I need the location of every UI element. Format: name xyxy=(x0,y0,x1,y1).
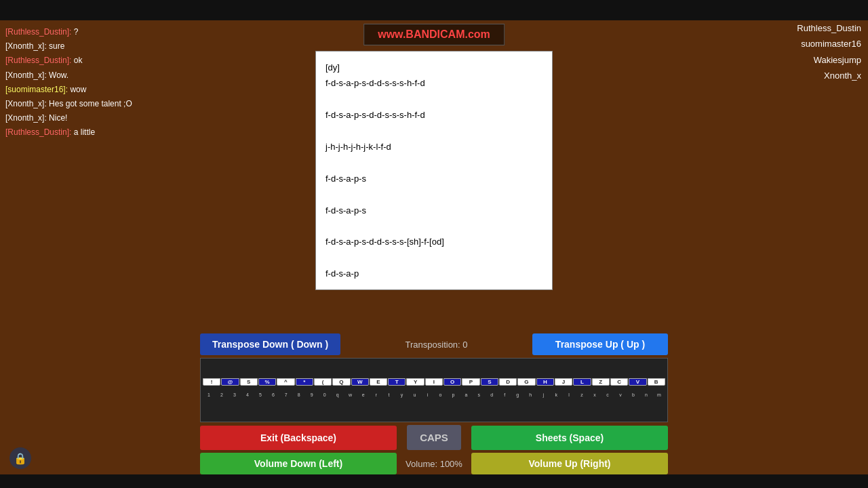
chat-msg-4: [Xnonth_x]: Wow. xyxy=(5,69,157,82)
key-white-14[interactable]: C xyxy=(610,378,628,386)
sheet-line-7: f-d-s-a-p-s xyxy=(326,171,542,186)
chat-name-5: [suomimaster16]: xyxy=(5,85,68,94)
sheet-line-10 xyxy=(326,218,542,234)
volume-label: Volume: 100% xyxy=(406,459,462,469)
sheet-line-1: f-d-s-a-p-s-d-d-s-s-s-h-f-d xyxy=(326,75,542,91)
key-white-5[interactable]: Q xyxy=(332,378,350,386)
sheet-line-9: f-d-s-a-p-s xyxy=(326,203,542,218)
chat-msg-6: [Xnonth_x]: Hes got some talent ;O xyxy=(5,98,157,110)
key-white-10[interactable]: D xyxy=(499,378,517,386)
player-3: Wakiesjump xyxy=(797,52,861,68)
chat-name-4: [Xnonth_x]: xyxy=(5,70,47,80)
chat-name-7: [Xnonth_x]: xyxy=(5,113,47,123)
key-black-7[interactable]: S xyxy=(481,378,498,386)
key-black-2[interactable]: % xyxy=(258,378,276,386)
key-white-12[interactable]: J xyxy=(555,378,572,386)
chat-text-7: Nice! xyxy=(49,113,67,123)
sheet-popup: [dy] f-d-s-a-p-s-d-d-s-s-s-h-f-d f-d-s-a… xyxy=(315,51,553,290)
chat-name-3: [Ruthless_Dustin]: xyxy=(5,56,71,65)
key-white-3[interactable]: ^ xyxy=(277,378,294,386)
transpose-up-button[interactable]: Transpose Up ( Up ) xyxy=(532,333,668,355)
key-black-4[interactable]: W xyxy=(351,378,369,386)
chat-text-3: ok xyxy=(74,56,83,65)
chat-text-8: a little xyxy=(74,127,95,137)
chat-name-6: [Xnonth_x]: xyxy=(5,99,47,108)
key-white-9[interactable]: P xyxy=(462,378,479,386)
sheets-button[interactable]: Sheets (Space) xyxy=(471,426,668,450)
key-white-15[interactable]: B xyxy=(648,378,665,386)
player-4: Xnonth_x xyxy=(797,68,861,83)
top-bar xyxy=(0,0,868,20)
players-panel: Ruthless_Dustin suomimaster16 Wakiesjump… xyxy=(797,20,861,84)
chat-name-2: [Xnonth_x]: xyxy=(5,41,47,51)
bottom-buttons: Exit (Backspace) CAPS Sheets (Space) xyxy=(200,425,668,450)
sheet-line-5: j-h-j-h-j-h-j-k-l-f-d xyxy=(326,139,542,155)
controls-area: Transpose Down ( Down ) Transposition: 0… xyxy=(200,333,668,474)
chat-text-5: wow xyxy=(70,85,86,94)
key-white-11[interactable]: G xyxy=(517,378,535,386)
transpose-down-button[interactable]: Transpose Down ( Down ) xyxy=(200,333,340,355)
sheet-line-4 xyxy=(326,123,542,139)
key-white-2[interactable]: S xyxy=(240,378,258,386)
transposition-label: Transposition: 0 xyxy=(406,340,468,350)
sheet-line-2 xyxy=(326,92,542,107)
chat-msg-8: [Ruthless_Dustin]: a little xyxy=(5,126,157,139)
exit-button[interactable]: Exit (Backspace) xyxy=(200,426,397,450)
key-black-6[interactable]: O xyxy=(443,378,461,386)
key-white-8[interactable]: I xyxy=(425,378,443,386)
key-black-5[interactable]: T xyxy=(388,378,406,386)
chat-name-8: [Ruthless_Dustin]: xyxy=(5,127,71,137)
chat-msg-5: [suomimaster16]: wow xyxy=(5,83,157,96)
sheet-line-0: [dy] xyxy=(326,60,542,75)
caps-button[interactable]: CAPS xyxy=(407,425,461,450)
volume-up-button[interactable]: Volume Up (Right) xyxy=(471,453,668,474)
player-1: Ruthless_Dustin xyxy=(797,20,861,36)
chat-text-2: sure xyxy=(49,41,64,51)
chat-msg-1: [Ruthless_Dustin]: ? xyxy=(5,26,157,39)
key-white-6[interactable]: E xyxy=(370,378,387,386)
chat-text-1: ? xyxy=(74,27,79,37)
chat-msg-3: [Ruthless_Dustin]: ok xyxy=(5,54,157,67)
chat-panel: [Ruthless_Dustin]: ? [Xnonth_x]: sure [R… xyxy=(0,20,163,146)
lock-icon[interactable]: 🔒 xyxy=(9,447,31,469)
sheet-line-13: f-d-s-a-p xyxy=(326,266,542,281)
key-white-4[interactable]: ( xyxy=(314,378,332,386)
sheet-line-8 xyxy=(326,186,542,202)
chat-text-6: Hes got some talent ;O xyxy=(49,99,132,108)
watermark-text: www.BANDICAM.com xyxy=(378,28,490,40)
bottom-bar xyxy=(0,474,868,488)
key-black-3[interactable]: * xyxy=(296,378,313,386)
key-black-9[interactable]: L xyxy=(573,378,591,386)
volume-down-button[interactable]: Volume Down (Left) xyxy=(200,453,397,474)
chat-msg-2: [Xnonth_x]: sure xyxy=(5,40,157,53)
key-black-8[interactable]: H xyxy=(536,378,554,386)
piano-keyboard[interactable]: ! @ S % ^ * ( Q W E T Y I O P xyxy=(200,358,668,422)
sheet-line-3: f-d-s-a-p-s-d-d-s-s-s-h-f-d xyxy=(326,107,542,123)
sheet-line-11: f-d-s-a-p-s-d-d-s-s-s-[sh]-f-[od] xyxy=(326,234,542,249)
key-white-13[interactable]: Z xyxy=(592,378,610,386)
key-white-1[interactable]: ! xyxy=(203,378,220,386)
sheet-line-6 xyxy=(326,155,542,170)
chat-name-1: [Ruthless_Dustin]: xyxy=(5,27,71,37)
key-black-1[interactable]: @ xyxy=(221,378,239,386)
volume-row: Volume Down (Left) Volume: 100% Volume U… xyxy=(200,453,668,474)
player-2: suomimaster16 xyxy=(797,36,861,52)
chat-msg-7: [Xnonth_x]: Nice! xyxy=(5,112,157,125)
watermark: www.BANDICAM.com xyxy=(363,24,505,45)
key-black-10[interactable]: V xyxy=(629,378,646,386)
key-white-7[interactable]: Y xyxy=(406,378,424,386)
transpose-row: Transpose Down ( Down ) Transposition: 0… xyxy=(200,333,668,355)
chat-text-4: Wow. xyxy=(49,70,68,80)
lock-symbol: 🔒 xyxy=(14,452,27,465)
sheet-line-12 xyxy=(326,250,542,266)
